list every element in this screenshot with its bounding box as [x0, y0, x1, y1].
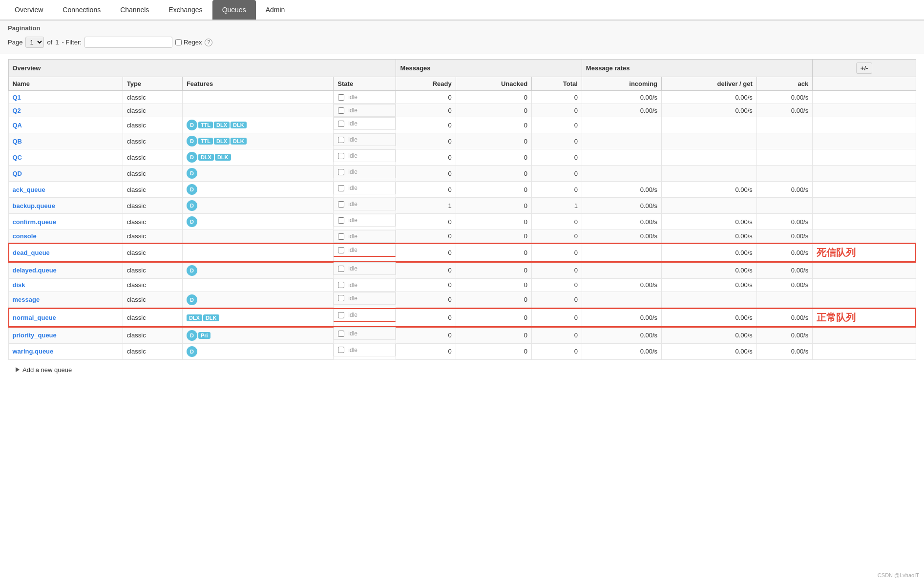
queue-name-cell[interactable]: message [8, 292, 123, 308]
queue-name-link[interactable]: QA [13, 122, 22, 129]
queue-checkbox[interactable] [338, 201, 344, 208]
table-row[interactable]: backup.queueclassicDidle1010.00/s [8, 198, 916, 214]
queue-ready-cell: 0 [396, 149, 456, 166]
queue-name-link[interactable]: ack_queue [13, 186, 45, 193]
queue-checkbox[interactable] [338, 217, 344, 224]
queue-checkbox[interactable] [338, 331, 344, 337]
queue-name-link[interactable]: QD [13, 170, 22, 177]
queue-total-cell: 0 [532, 214, 582, 230]
table-row[interactable]: ack_queueclassicDidle0000.00/s0.00/s0.00… [8, 182, 916, 198]
table-row[interactable]: messageclassicDidle000 [8, 292, 916, 308]
queue-name-link[interactable]: message [13, 296, 40, 303]
queue-checkbox[interactable] [338, 312, 344, 318]
queue-incoming-cell [582, 292, 661, 308]
page-select[interactable]: 1 [25, 37, 44, 48]
queue-name-link[interactable]: QC [13, 154, 22, 161]
feature-badge: DLK [231, 122, 247, 128]
queue-state-cell: idle [334, 292, 396, 305]
nav-item-channels[interactable]: Channels [110, 0, 159, 20]
queue-name-cell[interactable]: console [8, 230, 123, 243]
queue-checkbox[interactable] [338, 121, 344, 127]
queue-checkbox[interactable] [338, 107, 344, 114]
queue-unacked-cell: 0 [456, 149, 531, 166]
queue-name-cell[interactable]: disk [8, 278, 123, 292]
queue-name-link[interactable]: Q2 [13, 107, 21, 114]
nav-item-queues[interactable]: Queues [212, 0, 256, 20]
table-row[interactable]: QCclassicDDLXDLKidle000 [8, 149, 916, 166]
table-row[interactable]: QBclassicDTTLDLXDLKidle000 [8, 133, 916, 149]
queue-name-link[interactable]: normal_queue [13, 314, 56, 321]
queue-type-cell: classic [123, 230, 182, 243]
table-row[interactable]: QAclassicDTTLDLXDLKidle000 [8, 117, 916, 133]
queue-name-cell[interactable]: QD [8, 166, 123, 182]
queue-checkbox[interactable] [338, 185, 344, 191]
table-row[interactable]: diskclassicidle0000.00/s0.00/s0.00/s [8, 278, 916, 292]
queue-checkbox[interactable] [338, 266, 344, 272]
queue-name-cell[interactable]: priority_queue [8, 327, 123, 344]
regex-checkbox[interactable] [175, 39, 182, 45]
queue-name-cell[interactable]: QC [8, 149, 123, 166]
help-icon[interactable]: ? [205, 39, 212, 46]
queue-name-link[interactable]: disk [13, 281, 25, 289]
queue-checkbox[interactable] [338, 137, 344, 143]
queue-state-cell: idle [334, 230, 396, 243]
table-row[interactable]: Q2classicidle0000.00/s0.00/s0.00/s [8, 104, 916, 117]
nav-item-connections[interactable]: Connections [53, 0, 110, 20]
queue-checkbox[interactable] [338, 282, 344, 288]
queue-name-cell[interactable]: Q1 [8, 91, 123, 104]
queue-name-link[interactable]: dead_queue [13, 249, 50, 256]
queue-checkbox[interactable] [338, 347, 344, 353]
queue-name-cell[interactable]: ack_queue [8, 182, 123, 198]
table-row[interactable]: Q1classicidle0000.00/s0.00/s0.00/s [8, 91, 916, 104]
queue-name-cell[interactable]: confirm.queue [8, 214, 123, 230]
queue-state-text: idle [348, 312, 357, 318]
queue-total-cell: 0 [532, 149, 582, 166]
queue-incoming-cell: 0.00/s [582, 91, 661, 104]
queue-checkbox[interactable] [338, 153, 344, 159]
table-row[interactable]: confirm.queueclassicDidle0000.00/s0.00/s… [8, 214, 916, 230]
queue-checkbox[interactable] [338, 295, 344, 301]
queue-checkbox[interactable] [338, 169, 344, 175]
table-row[interactable]: priority_queueclassicDPriidle0000.00/s0.… [8, 327, 916, 344]
table-row[interactable]: waring.queueclassicDidle0000.00/s0.00/s0… [8, 343, 916, 359]
queue-type-cell: classic [123, 327, 182, 344]
queue-name-cell[interactable]: Q2 [8, 104, 123, 117]
table-row[interactable]: delayed.queueclassicDidle0000.00/s0.00/s [8, 262, 916, 279]
queue-total-cell: 0 [532, 327, 582, 344]
queue-name-cell[interactable]: dead_queue [8, 243, 123, 262]
nav-item-admin[interactable]: Admin [256, 0, 295, 20]
queue-name-link[interactable]: QB [13, 138, 22, 145]
queue-name-link[interactable]: confirm.queue [13, 218, 57, 226]
feature-badge: D [187, 168, 197, 179]
queue-name-link[interactable]: waring.queue [13, 348, 54, 355]
queue-name-link[interactable]: console [13, 232, 37, 240]
queue-deliver-cell: 0.00/s [662, 91, 757, 104]
queue-name-cell[interactable]: QA [8, 117, 123, 133]
feature-badge: D [187, 265, 197, 276]
queue-incoming-cell: 0.00/s [582, 104, 661, 117]
table-row[interactable]: normal_queueclassicDLXDLKidle0000.00/s0.… [8, 308, 916, 327]
queue-name-cell[interactable]: QB [8, 133, 123, 149]
col-unacked: Unacked [456, 77, 531, 91]
queue-checkbox[interactable] [338, 233, 344, 240]
table-row[interactable]: dead_queueclassicidle0000.00/s0.00/s死信队列 [8, 243, 916, 262]
filter-input[interactable] [84, 37, 172, 48]
table-row[interactable]: consoleclassicidle0000.00/s0.00/s0.00/s [8, 230, 916, 243]
nav-item-exchanges[interactable]: Exchanges [159, 0, 212, 20]
queue-name-link[interactable]: backup.queue [13, 202, 55, 209]
queue-name-cell[interactable]: normal_queue [8, 308, 123, 327]
nav-item-overview[interactable]: Overview [5, 0, 53, 20]
queue-name-cell[interactable]: delayed.queue [8, 262, 123, 279]
plus-minus-button[interactable]: +/- [856, 62, 873, 74]
queue-incoming-cell: 0.00/s [582, 182, 661, 198]
queue-name-cell[interactable]: waring.queue [8, 343, 123, 359]
add-queue-section[interactable]: Add a new queue [8, 361, 916, 378]
queue-checkbox[interactable] [338, 247, 344, 253]
queue-name-link[interactable]: delayed.queue [13, 267, 57, 274]
queue-checkbox[interactable] [338, 94, 344, 101]
queue-name-cell[interactable]: backup.queue [8, 198, 123, 214]
queue-name-link[interactable]: Q1 [13, 94, 21, 101]
queue-annotation-cell: 正常队列 [813, 308, 916, 327]
table-row[interactable]: QDclassicDidle000 [8, 166, 916, 182]
queue-name-link[interactable]: priority_queue [13, 332, 57, 339]
